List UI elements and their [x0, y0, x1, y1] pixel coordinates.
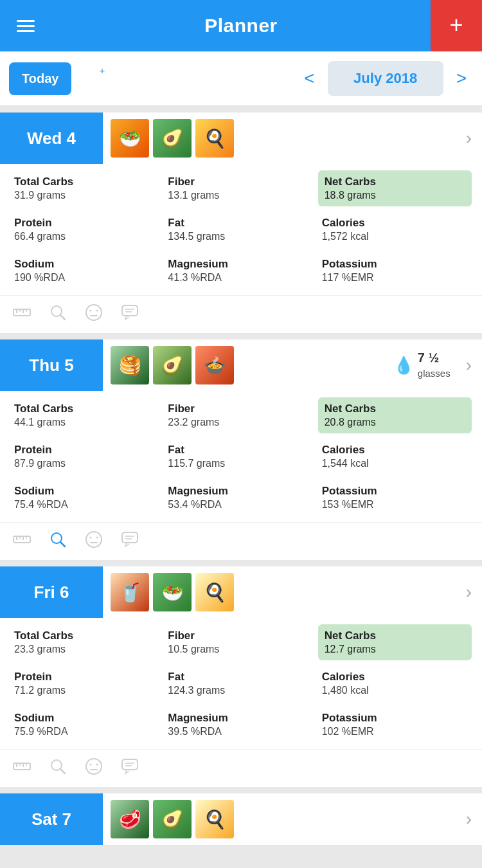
- today-button[interactable]: Today: [9, 62, 71, 95]
- sodium-cell-fri6: Sodium 75.9 %RDA: [10, 707, 164, 743]
- magnesium-cell-thu5: Magnesium 53.4 %RDA: [164, 480, 317, 516]
- svg-rect-2: [13, 309, 30, 316]
- svg-point-39: [96, 764, 98, 766]
- menu-button[interactable]: [0, 0, 51, 51]
- svg-rect-30: [13, 763, 30, 770]
- food-thumb-sat7-1[interactable]: 🥩: [111, 800, 149, 838]
- day-icons-wed4: [0, 295, 482, 333]
- day-header-fri6: Fri 6 🥤 🥗 🍳 ›: [0, 566, 482, 618]
- food-thumb-2[interactable]: 🥑: [153, 119, 192, 158]
- food-thumb-thu5-3[interactable]: 🍲: [195, 346, 234, 384]
- day-card-wed4: Wed 4 🥗 🥑 🍳 › Total Carbs 31.9 grams Fib…: [0, 113, 482, 333]
- calories-cell-fri6: Calories 1,480 kcal: [318, 665, 472, 701]
- fiber-cell-fri6: Fiber 10.5 grams: [164, 624, 317, 660]
- calories-cell-thu5: Calories 1,544 kcal: [318, 439, 472, 475]
- food-thumb-1[interactable]: 🥗: [111, 119, 149, 158]
- ruler-icon-btn-fri6[interactable]: [10, 755, 33, 778]
- magnesium-cell-fri6: Magnesium 39.5 %RDA: [164, 707, 317, 743]
- food-thumb-3[interactable]: 🍳: [195, 119, 234, 158]
- day-label-thu5[interactable]: Thu 5: [0, 339, 103, 391]
- svg-line-36: [60, 769, 65, 773]
- search-icon-btn[interactable]: [46, 301, 69, 324]
- protein-cell-thu5: Protein 87.9 grams: [10, 439, 164, 475]
- day-chevron-fri6[interactable]: ›: [456, 582, 482, 602]
- add-button[interactable]: +: [431, 0, 482, 51]
- total-carbs-cell-thu5: Total Carbs 44.1 grams: [10, 397, 164, 433]
- net-carbs-cell-fri6: Net Carbs 12.7 grams: [318, 624, 472, 660]
- basket-button[interactable]: 🛒 +: [78, 59, 116, 98]
- food-thumb-fri6-2[interactable]: 🥗: [153, 573, 192, 611]
- search-icon-btn-fri6[interactable]: [46, 755, 69, 778]
- protein-cell-fri6: Protein 71.2 grams: [10, 665, 164, 701]
- day-label-wed4[interactable]: Wed 4: [0, 113, 103, 164]
- food-thumb-fri6-3[interactable]: 🍳: [195, 573, 234, 611]
- food-thumb-thu5-2[interactable]: 🥑: [153, 346, 192, 384]
- magnesium-cell: Magnesium 41.3 %RDA: [164, 253, 317, 289]
- svg-point-24: [90, 537, 92, 539]
- total-carbs-cell-fri6: Total Carbs 23.3 grams: [10, 624, 164, 660]
- fat-cell: Fat 134.5 grams: [164, 212, 317, 248]
- comment-icon-btn-fri6[interactable]: [118, 755, 141, 778]
- svg-point-9: [86, 305, 102, 320]
- fat-cell-thu5: Fat 115.7 grams: [164, 439, 317, 475]
- search-icon-btn-thu5[interactable]: [46, 528, 69, 551]
- day-header-wed4: Wed 4 🥗 🥑 🍳 ›: [0, 113, 482, 164]
- svg-rect-27: [122, 532, 138, 543]
- food-thumb-sat7-3[interactable]: 🍳: [195, 800, 234, 838]
- app-header: Planner +: [0, 0, 482, 51]
- day-card-thu5: Thu 5 🥞 🥑 🍲 💧 7 ½ glasses › Total Carbs …: [0, 339, 482, 560]
- svg-point-23: [86, 532, 102, 547]
- food-thumb-fri6-1[interactable]: 🥤: [111, 573, 149, 611]
- sodium-cell: Sodium 190 %RDA: [10, 253, 164, 289]
- svg-rect-16: [13, 536, 30, 543]
- svg-line-22: [60, 542, 65, 547]
- net-carbs-cell: Net Carbs 18.8 grams: [318, 170, 472, 206]
- day-label-fri6[interactable]: Fri 6: [0, 566, 103, 618]
- day-header-sat7: Sat 7 🥩 🥑 🍳 ›: [0, 793, 482, 845]
- day-header-thu5: Thu 5 🥞 🥑 🍲 💧 7 ½ glasses ›: [0, 339, 482, 391]
- prev-month-button[interactable]: <: [298, 64, 321, 93]
- water-indicator-thu5: 💧 7 ½ glasses: [388, 350, 456, 380]
- potassium-cell-thu5: Potassium 153 %EMR: [318, 480, 472, 516]
- face-icon-btn-thu5[interactable]: [82, 528, 105, 551]
- app-title: Planner: [204, 15, 278, 37]
- fiber-cell-thu5: Fiber 23.2 grams: [164, 397, 317, 433]
- day-icons-fri6: [0, 749, 482, 787]
- month-display: July 2018: [328, 61, 443, 96]
- basket-icon: 🛒 +: [83, 64, 111, 93]
- day-icons-thu5: [0, 522, 482, 560]
- next-month-button[interactable]: >: [450, 64, 473, 93]
- days-container: Wed 4 🥗 🥑 🍳 › Total Carbs 31.9 grams Fib…: [0, 113, 482, 845]
- face-icon-btn-fri6[interactable]: [82, 755, 105, 778]
- face-icon-btn[interactable]: [82, 301, 105, 324]
- day-chevron-wed4[interactable]: ›: [456, 128, 482, 149]
- hamburger-icon: [17, 20, 35, 32]
- potassium-cell-fri6: Potassium 102 %EMR: [318, 707, 472, 743]
- day-chevron-sat7[interactable]: ›: [456, 809, 482, 829]
- calories-cell: Calories 1,572 kcal: [318, 212, 472, 248]
- day-label-sat7[interactable]: Sat 7: [0, 793, 103, 845]
- day-card-sat7: Sat 7 🥩 🥑 🍳 ›: [0, 793, 482, 845]
- sodium-cell-thu5: Sodium 75.4 %RDA: [10, 480, 164, 516]
- comment-icon-btn-thu5[interactable]: [118, 528, 141, 551]
- svg-point-11: [96, 310, 98, 312]
- svg-point-38: [90, 764, 92, 766]
- nutrition-grid-fri6: Total Carbs 23.3 grams Fiber 10.5 grams …: [0, 618, 482, 749]
- svg-rect-13: [122, 305, 138, 316]
- net-carbs-cell-thu5: Net Carbs 20.8 grams: [318, 397, 472, 433]
- svg-text:+: +: [100, 66, 105, 76]
- svg-point-25: [96, 537, 98, 539]
- nutrition-grid-wed4: Total Carbs 31.9 grams Fiber 13.1 grams …: [0, 164, 482, 295]
- ruler-icon-btn[interactable]: [10, 301, 33, 324]
- day-chevron-thu5[interactable]: ›: [456, 355, 482, 375]
- ruler-icon-btn-thu5[interactable]: [10, 528, 33, 551]
- svg-rect-41: [122, 759, 138, 770]
- food-thumb-thu5-1[interactable]: 🥞: [111, 346, 149, 384]
- comment-icon-btn[interactable]: [118, 301, 141, 324]
- day-thumbnails-thu5: 🥞 🥑 🍲: [103, 346, 388, 384]
- total-carbs-cell: Total Carbs 31.9 grams: [10, 170, 164, 206]
- plus-icon: +: [449, 14, 463, 37]
- nutrition-grid-thu5: Total Carbs 44.1 grams Fiber 23.2 grams …: [0, 391, 482, 522]
- food-thumb-sat7-2[interactable]: 🥑: [153, 800, 192, 838]
- nav-bar: Today 🛒 + < July 2018 >: [0, 51, 482, 106]
